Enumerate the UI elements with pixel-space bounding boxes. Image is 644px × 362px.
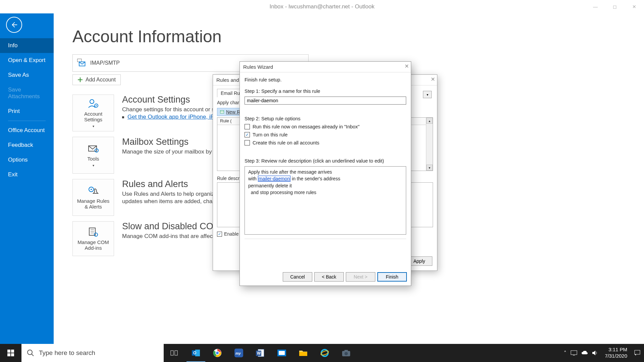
manage-com-button[interactable]: Manage COM Add-ins	[72, 221, 114, 256]
wizard-titlebar[interactable]: Rules Wizard ✕	[240, 62, 411, 72]
scrollbar[interactable]: ▴ ▾	[426, 118, 433, 171]
rules-wizard-dialog: Rules Wizard ✕ Finish rule setup. Step 1…	[239, 61, 411, 286]
close-button[interactable]: ✕	[625, 0, 644, 13]
chrome-icon	[213, 349, 222, 357]
taskbar-search[interactable]: Type here to search	[21, 344, 164, 362]
svg-rect-33	[171, 351, 173, 355]
tray-chevron-icon[interactable]: ˄	[564, 350, 567, 356]
maximize-button[interactable]: ◻	[605, 0, 625, 13]
add-account-button[interactable]: Add Account	[72, 74, 121, 85]
next-button: Next >	[346, 272, 375, 282]
svg-rect-54	[344, 350, 348, 352]
sidebar-item-office-account[interactable]: Office Account	[0, 123, 54, 138]
back-button[interactable]	[3, 15, 25, 35]
outlook-app-link[interactable]: Get the Outlook app for iPhone, iPad	[127, 114, 221, 120]
manage-rules-button[interactable]: Manage Rules & Alerts	[72, 179, 114, 216]
sidebar-item-info[interactable]: Info	[0, 38, 54, 53]
close-icon[interactable]: ✕	[405, 63, 409, 69]
addins-icon	[87, 227, 99, 237]
windows-logo-icon	[7, 350, 14, 356]
sidebar-item-open-export[interactable]: Open & Export	[0, 53, 54, 68]
volume-icon[interactable]	[592, 350, 598, 356]
sender-value-link[interactable]: mailer-daemon	[258, 176, 290, 182]
finish-button[interactable]: Finish	[377, 272, 407, 282]
wizard-step2-label: Step 2: Setup rule options	[245, 116, 406, 121]
cancel-button[interactable]: Cancel	[283, 272, 312, 282]
taskbar: Type here to search O my W ˄ 3:11 PM 7/3…	[0, 344, 644, 362]
taskbar-app-chrome[interactable]	[207, 344, 228, 362]
app-icon	[277, 350, 286, 356]
rule-description-preview: Apply this rule after the message arrive…	[245, 166, 406, 235]
taskbar-app-word[interactable]: W	[250, 344, 271, 362]
all-accounts-checkbox[interactable]: Create this rule on all accounts	[245, 140, 406, 145]
wizard-subtitle: Finish rule setup.	[245, 77, 406, 82]
start-button[interactable]	[0, 344, 21, 362]
back-button[interactable]: < Back	[314, 272, 344, 282]
taskbar-app-generic2[interactable]	[271, 344, 292, 362]
svg-rect-57	[635, 350, 640, 354]
search-icon	[27, 349, 34, 357]
taskbar-app-ie[interactable]	[314, 344, 335, 362]
rule-name-input[interactable]	[245, 97, 406, 105]
svg-rect-49	[299, 352, 307, 356]
scroll-down-icon[interactable]: ▾	[426, 165, 433, 171]
svg-point-31	[28, 350, 32, 355]
page-title: Account Information	[72, 27, 625, 46]
mail-account-icon	[77, 58, 86, 68]
svg-text:my: my	[235, 351, 241, 355]
sidebar-item-feedback[interactable]: Feedback	[0, 138, 54, 153]
minimize-button[interactable]: —	[586, 0, 605, 13]
sidebar-item-save-as[interactable]: Save As	[0, 68, 54, 82]
app-icon: my	[234, 349, 243, 357]
mailbox-tools-icon	[87, 143, 99, 154]
rules-alerts-desc: Use Rules and Alerts to help organize yo	[122, 191, 225, 197]
rules-gear-bell-icon	[87, 185, 99, 196]
taskbar-app-generic1[interactable]: my	[228, 344, 250, 362]
plus-icon	[77, 77, 83, 82]
new-rule-icon	[220, 110, 225, 114]
account-settings-title: Account Settings	[122, 95, 227, 105]
folder-icon	[299, 349, 308, 357]
mailbox-settings-title: Mailbox Settings	[122, 137, 224, 147]
wizard-step1-label: Step 1: Specify a name for this rule	[245, 88, 406, 94]
mailbox-settings-desc: Manage the size of your mailbox by emp	[122, 148, 224, 155]
outlook-icon: O	[191, 348, 201, 358]
close-icon[interactable]: ✕	[431, 76, 435, 82]
taskbar-app-camera[interactable]	[335, 344, 357, 362]
user-gear-icon	[87, 98, 99, 109]
svg-rect-16	[77, 59, 82, 62]
svg-rect-48	[279, 351, 285, 355]
task-view-button[interactable]	[164, 344, 185, 362]
svg-rect-34	[175, 351, 177, 355]
display-icon[interactable]	[571, 350, 577, 356]
account-settings-button[interactable]: Account Settings ▾	[72, 95, 114, 131]
taskbar-app-explorer[interactable]	[292, 344, 314, 362]
svg-text:O: O	[193, 351, 196, 355]
account-type-label: IMAP/SMTP	[90, 60, 120, 66]
svg-point-29	[94, 233, 98, 236]
svg-point-53	[344, 352, 348, 355]
rules-alerts-desc2: updates when items are added, changed	[122, 198, 225, 205]
svg-point-18	[90, 100, 94, 104]
backstage-sidebar: Info Open & Export Save As Save Attachme…	[0, 13, 54, 362]
notifications-icon[interactable]	[634, 350, 641, 356]
taskbar-app-outlook[interactable]: O	[185, 344, 207, 362]
tools-button[interactable]: Tools ▾	[72, 137, 114, 174]
task-view-icon	[170, 350, 178, 356]
turn-on-checkbox[interactable]: ✓Turn on this rule	[245, 132, 406, 137]
chevron-down-icon: ▾	[93, 164, 94, 167]
svg-point-24	[91, 189, 92, 190]
sidebar-item-options[interactable]: Options	[0, 153, 54, 167]
scroll-up-icon[interactable]: ▴	[426, 118, 433, 124]
taskbar-clock[interactable]: 3:11 PM 7/31/2020	[602, 347, 630, 359]
word-icon: W	[256, 349, 265, 357]
cloud-icon[interactable]	[581, 350, 588, 356]
run-now-checkbox[interactable]: Run this rule now on messages already in…	[245, 124, 406, 129]
ie-icon	[320, 349, 329, 357]
sidebar-item-print[interactable]: Print	[0, 104, 54, 119]
account-dropdown[interactable]: ▾	[423, 91, 432, 98]
svg-point-20	[96, 105, 97, 106]
arrow-left-icon	[10, 21, 18, 28]
sidebar-item-exit[interactable]: Exit	[0, 167, 54, 182]
system-tray[interactable]: ˄ 3:11 PM 7/31/2020	[560, 344, 644, 362]
